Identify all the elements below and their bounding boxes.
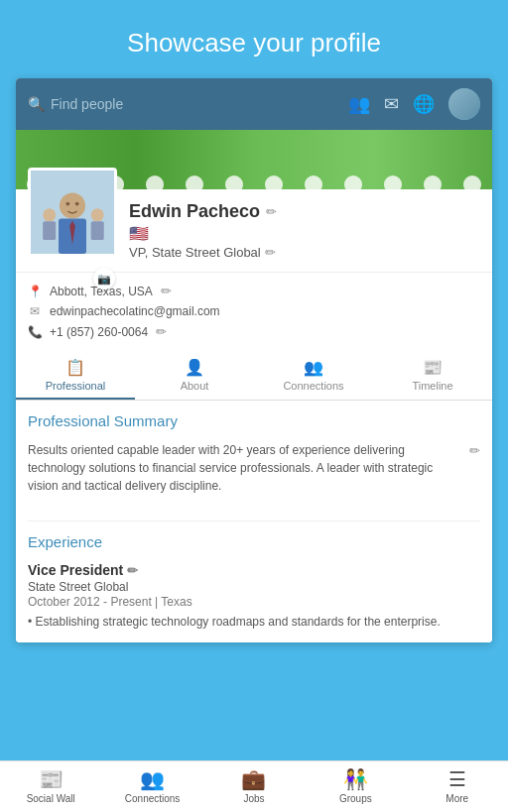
jobs-icon: 💼 <box>241 767 266 791</box>
nav-groups[interactable]: 👫 Groups <box>325 767 385 804</box>
edit-title-icon[interactable] <box>265 245 276 260</box>
search-input[interactable] <box>51 96 338 112</box>
svg-point-1 <box>43 208 56 221</box>
svg-point-3 <box>91 208 104 221</box>
search-icon: 🔍 <box>28 96 45 112</box>
social-wall-icon: 📰 <box>39 767 64 791</box>
about-tab-icon: 👤 <box>185 358 204 377</box>
profile-info-row: 📷 Edwin Pacheco 🇺🇸 VP, State Street Glob… <box>16 189 492 272</box>
tab-about[interactable]: 👤 About <box>135 350 254 400</box>
tab-professional[interactable]: 📋 Professional <box>16 350 135 400</box>
email-row: ✉ edwinpachecolatinc@gmail.com <box>28 301 480 321</box>
contact-info: 📍 Abbott, Texas, USA ✉ edwinpachecolatin… <box>16 272 492 350</box>
connections-tab-label: Connections <box>283 380 343 392</box>
profile-content: Professional Summary Results oriented ca… <box>16 401 492 642</box>
camera-icon[interactable]: 📷 <box>93 268 115 290</box>
edit-summary-icon[interactable] <box>469 443 480 458</box>
messages-icon[interactable]: ✉ <box>384 93 399 115</box>
nav-jobs[interactable]: 💼 Jobs <box>224 767 284 804</box>
more-label: More <box>445 793 468 804</box>
email-icon: ✉ <box>28 304 42 318</box>
bottom-nav: 📰 Social Wall 👥 Connections 💼 Jobs 👫 Gro… <box>0 760 508 812</box>
profile-flag: 🇺🇸 <box>129 224 480 243</box>
search-input-wrapper[interactable]: 🔍 <box>28 96 338 112</box>
connections-nav-label: Connections <box>125 793 181 804</box>
nav-connections[interactable]: 👥 Connections <box>123 767 183 804</box>
job-description: • Establishing strategic technology road… <box>28 613 480 631</box>
about-tab-label: About <box>181 380 209 392</box>
nav-icons: 👥 ✉ 🌐 <box>348 88 480 120</box>
timeline-tab-label: Timeline <box>412 380 452 392</box>
profile-name-row: Edwin Pacheco <box>129 201 480 222</box>
job-title: Vice President <box>28 562 123 578</box>
profile-title: VP, State Street Global <box>129 245 261 260</box>
profile-pic-wrapper: 📷 <box>28 197 117 260</box>
profile-title-row: VP, State Street Global <box>129 245 480 260</box>
phone-row: 📞 +1 (857) 260-0064 <box>28 321 480 342</box>
edit-location-icon[interactable] <box>161 284 172 298</box>
profile-details: Edwin Pacheco 🇺🇸 VP, State Street Global <box>129 197 480 260</box>
profile-name: Edwin Pacheco <box>129 201 260 222</box>
user-avatar-nav[interactable] <box>448 88 480 120</box>
job-company: State Street Global <box>28 580 480 594</box>
professional-tab-icon: 📋 <box>65 358 85 377</box>
nav-social-wall[interactable]: 📰 Social Wall <box>21 767 80 804</box>
svg-point-5 <box>60 192 85 218</box>
edit-phone-icon[interactable] <box>156 324 167 339</box>
edit-experience-icon[interactable] <box>127 563 138 578</box>
phone-icon: 📞 <box>28 325 42 339</box>
groups-label: Groups <box>339 793 372 804</box>
section-divider <box>28 521 480 522</box>
svg-point-8 <box>65 202 69 206</box>
timeline-tab-icon: 📰 <box>423 358 443 377</box>
connections-tab-icon: 👥 <box>304 358 323 377</box>
page-header: Showcase your profile <box>0 0 508 78</box>
profile-picture <box>28 168 117 257</box>
professional-tab-label: Professional <box>46 380 106 392</box>
profile-email: edwinpachecolatinc@gmail.com <box>50 304 220 318</box>
svg-rect-2 <box>43 221 56 240</box>
globe-icon[interactable]: 🌐 <box>413 93 435 115</box>
job-title-row: Vice President <box>28 562 480 578</box>
professional-summary-title: Professional Summary <box>28 412 480 433</box>
tab-connections[interactable]: 👥 Connections <box>254 350 373 400</box>
svg-point-9 <box>75 202 79 206</box>
location-icon: 📍 <box>28 285 42 298</box>
connections-nav-icon: 👥 <box>140 767 165 791</box>
people-icon[interactable]: 👥 <box>348 93 370 115</box>
groups-icon: 👫 <box>343 767 368 791</box>
nav-more[interactable]: ☰ More <box>428 767 487 804</box>
jobs-label: Jobs <box>243 793 264 804</box>
more-icon: ☰ <box>448 767 466 791</box>
experience-title: Experience <box>28 533 480 554</box>
job-dates: October 2012 - Present | Texas <box>28 595 480 609</box>
svg-rect-4 <box>91 221 104 240</box>
professional-summary-text: Results oriented capable leader with 20+… <box>28 441 461 495</box>
app-card: 🔍 👥 ✉ 🌐 <box>16 78 492 642</box>
social-wall-label: Social Wall <box>27 793 75 804</box>
edit-name-icon[interactable] <box>266 204 277 219</box>
profile-tabs: 📋 Professional 👤 About 👥 Connections 📰 T… <box>16 350 492 401</box>
tab-timeline[interactable]: 📰 Timeline <box>373 350 492 400</box>
search-bar: 🔍 👥 ✉ 🌐 <box>16 78 492 130</box>
profile-phone: +1 (857) 260-0064 <box>50 325 148 339</box>
